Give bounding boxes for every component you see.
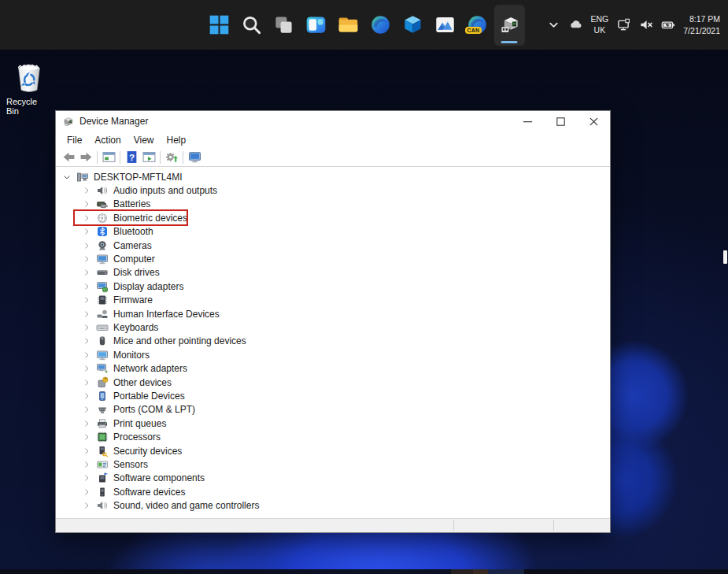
chevron-right-icon[interactable]: [82, 336, 91, 346]
device-manager-icon: [499, 14, 520, 35]
tree-item-processors[interactable]: Processors: [56, 430, 610, 443]
chevron-right-icon[interactable]: [82, 309, 91, 319]
search-icon: [241, 14, 262, 35]
menu-view[interactable]: View: [127, 133, 161, 147]
scan-hardware-button[interactable]: [163, 150, 180, 165]
tree-item-print-queues[interactable]: Print queues: [56, 417, 610, 430]
forward-button[interactable]: [77, 150, 94, 165]
maximize-button[interactable]: [544, 111, 577, 131]
chevron-right-icon[interactable]: [82, 186, 91, 195]
chevron-right-icon[interactable]: [82, 199, 91, 209]
tree-item-sensors[interactable]: Sensors: [56, 457, 610, 471]
tree-item-label: Portable Devices: [113, 391, 185, 402]
tree-item-security-devices[interactable]: Security devices: [56, 444, 610, 457]
minimize-icon: [522, 116, 534, 128]
titlebar[interactable]: Device Manager: [56, 111, 610, 131]
chevron-right-icon[interactable]: [82, 227, 91, 236]
menu-file[interactable]: File: [61, 133, 88, 147]
onedrive-cloud-icon[interactable]: [569, 18, 582, 31]
sound-icon: [96, 499, 109, 512]
tree-item-ports-com-lpt[interactable]: Ports (COM & LPT): [56, 403, 610, 417]
chevron-right-icon[interactable]: [82, 473, 91, 483]
tree-item-network-adapters[interactable]: Network adapters: [56, 361, 610, 375]
language-indicator[interactable]: ENG UK: [591, 14, 609, 35]
tree-item-portable-devices[interactable]: Portable Devices: [56, 389, 610, 402]
tree-item-label: Audio inputs and outputs: [113, 185, 217, 196]
network-icon[interactable]: [617, 18, 630, 31]
tree-item-mice-and-other-pointing-devices[interactable]: Mice and other pointing devices: [56, 335, 610, 348]
chevron-right-icon[interactable]: [82, 391, 91, 401]
chevron-right-icon[interactable]: [82, 432, 91, 442]
chevron-down-icon[interactable]: [62, 172, 72, 182]
chevron-right-icon[interactable]: [82, 213, 91, 223]
tree-item-monitors[interactable]: Monitors: [56, 348, 610, 361]
taskbar-icon-photos[interactable]: [430, 5, 460, 46]
taskbar-icon-file-explorer[interactable]: [333, 5, 364, 46]
tree-item-cameras[interactable]: Cameras: [56, 239, 610, 252]
chevron-right-icon[interactable]: [82, 364, 91, 373]
show-hidden-icons-chevron-icon[interactable]: [547, 18, 560, 31]
chevron-right-icon[interactable]: [82, 323, 91, 332]
taskbar-icon-start[interactable]: [204, 5, 235, 46]
taskbar-icon-task-view[interactable]: [268, 5, 299, 46]
tree-item-human-interface-devices[interactable]: Human Interface Devices: [56, 307, 610, 320]
svg-text:?: ?: [128, 152, 134, 162]
start-icon: [209, 14, 230, 35]
battery-icon[interactable]: [661, 18, 674, 31]
tree-item-computer[interactable]: Computer: [56, 252, 610, 265]
active-app-indicator: [501, 41, 518, 43]
tree-item-biometric-devices[interactable]: Biometric devices: [56, 211, 610, 224]
tree-item-bluetooth[interactable]: Bluetooth: [56, 225, 610, 239]
hid-icon: [96, 308, 109, 320]
menu-help[interactable]: Help: [161, 133, 193, 147]
chevron-right-icon[interactable]: [82, 460, 91, 469]
chevron-right-icon[interactable]: [82, 446, 91, 456]
console-tree-button[interactable]: [100, 150, 117, 165]
minimize-button[interactable]: [511, 111, 544, 131]
taskbar-icon-3d-viewer[interactable]: [397, 5, 428, 46]
tree-item-sound-video-and-game-controllers[interactable]: Sound, video and game controllers: [56, 498, 610, 512]
chevron-right-icon[interactable]: [82, 419, 91, 428]
chevron-right-icon[interactable]: [82, 268, 91, 277]
remote-computer-button[interactable]: [186, 150, 203, 165]
chevron-right-icon[interactable]: [82, 295, 91, 305]
tree-item-label: Cameras: [113, 240, 152, 251]
tree-item-display-adapters[interactable]: Display adapters: [56, 280, 610, 293]
tree-item-label: Sensors: [113, 459, 148, 470]
chevron-right-icon[interactable]: [82, 405, 91, 414]
tree-item-label: Processors: [113, 431, 161, 443]
chevron-right-icon[interactable]: [82, 254, 91, 264]
tree-item-other-devices[interactable]: ?Other devices: [56, 376, 610, 389]
taskbar-icon-widgets[interactable]: [301, 5, 331, 46]
taskbar-icon-edge[interactable]: [365, 5, 396, 46]
tree-item-disk-drives[interactable]: Disk drives: [56, 266, 610, 280]
toolbar-separator: [160, 151, 161, 164]
menu-action[interactable]: Action: [88, 133, 127, 147]
action-pane-button[interactable]: [140, 150, 157, 165]
taskbar-icons: CAN: [204, 0, 525, 50]
tree-item-software-components[interactable]: Software components: [56, 472, 610, 485]
chevron-right-icon[interactable]: [82, 378, 91, 387]
chevron-right-icon[interactable]: [82, 487, 91, 497]
chevron-right-icon[interactable]: [82, 350, 91, 360]
chevron-right-icon[interactable]: [82, 501, 91, 510]
volume-muted-icon[interactable]: [639, 18, 652, 31]
recycle-bin-shortcut[interactable]: Recycle Bin: [6, 59, 52, 116]
clock[interactable]: 8:17 PM 7/21/2021: [683, 13, 720, 35]
taskbar-icon-search[interactable]: [236, 5, 267, 46]
tree-item-firmware[interactable]: Firmware: [56, 294, 610, 307]
chevron-right-icon[interactable]: [82, 241, 91, 250]
help-button[interactable]: ?: [123, 150, 140, 165]
tree-item-audio-inputs-and-outputs[interactable]: Audio inputs and outputs: [56, 183, 610, 197]
tree-item-label: Batteries: [113, 198, 150, 209]
tree-item-batteries[interactable]: Batteries: [56, 198, 610, 211]
taskbar-icon-device-manager[interactable]: [494, 5, 525, 46]
chevron-right-icon[interactable]: [82, 282, 91, 291]
tree-item-desktop-mftl4mi[interactable]: DESKTOP-MFTL4MI: [56, 170, 610, 183]
tree-item-software-devices[interactable]: Software devices: [56, 485, 610, 498]
close-button[interactable]: [577, 111, 610, 131]
taskbar-icon-edge-canary[interactable]: CAN: [462, 5, 493, 46]
back-button[interactable]: [60, 150, 77, 165]
tree-item-keyboards[interactable]: Keyboards: [56, 320, 610, 334]
portable-icon: [96, 390, 109, 402]
